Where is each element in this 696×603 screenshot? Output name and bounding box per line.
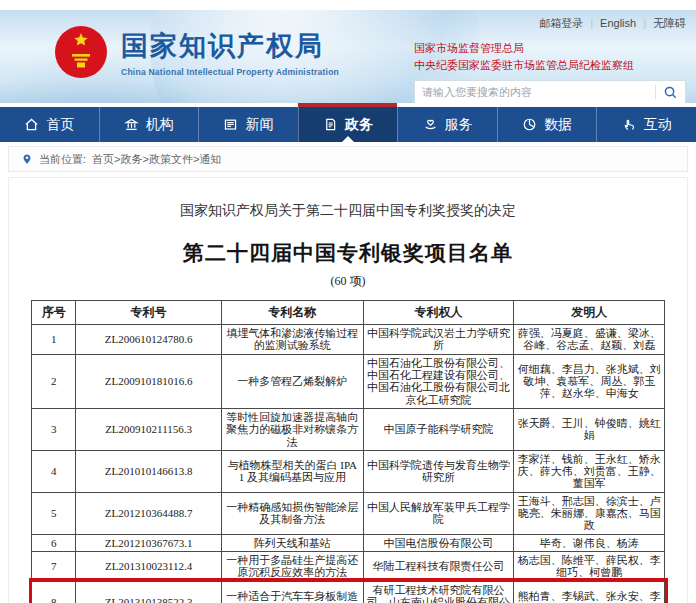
nav-label: 服务 <box>445 116 473 134</box>
news-icon <box>223 117 238 132</box>
patent-award-table: 序号 专利号 专利名称 专利权人 发明人 1ZL200610124780.6填埋… <box>31 300 665 603</box>
mail-login-link[interactable]: 邮箱登录 <box>539 17 583 29</box>
table-header: 序号 专利号 专利名称 专利权人 发明人 <box>32 301 665 325</box>
cell-patentee: 中国原子能科学研究院 <box>363 408 514 450</box>
cell-name: 填埋气体和渗滤液传输过程的监测试验系统 <box>221 325 363 355</box>
home-icon <box>24 117 39 132</box>
table-row: 1ZL200610124780.6填埋气体和渗滤液传输过程的监测试验系统中国科学… <box>32 325 665 355</box>
search-bar <box>414 80 686 103</box>
discipline-inspection-link[interactable]: 中央纪委国家监委驻市场监管总局纪检监察组 <box>414 57 686 74</box>
data-pie-icon <box>522 117 537 132</box>
cell-inventors: 熊柏青、李锡武、张永安、李志辉、刘红伟、王锋 <box>514 581 665 603</box>
cell-patentee: 中国科学院遗传与发育生物学研究所 <box>363 450 514 492</box>
english-link[interactable]: English <box>600 17 636 29</box>
patent-table-body: 1ZL200610124780.6填埋气体和渗滤液传输过程的监测试验系统中国科学… <box>32 325 665 603</box>
nav-label: 数据 <box>544 116 572 134</box>
table-row: 3ZL200910211156.3等时性回旋加速器提高轴向聚焦力的磁极非对称镶条… <box>32 408 665 450</box>
document-icon <box>323 117 338 132</box>
cell-patentee: 中国电信股份有限公司 <box>363 534 514 551</box>
cell-inventors: 薛强、冯夏庭、盛谦、梁冰、谷峰、谷志孟、赵颖、刘磊 <box>514 325 665 355</box>
logo-text: 国家知识产权局 China National Intellectual Prop… <box>121 28 339 77</box>
cell-inventors: 李家洋、钱前、王永红、矫永庆、薛大伟、刘贵富、王静、董国军 <box>514 450 665 492</box>
table-row: 4ZL201010146613.8与植物株型相关的蛋白 IPA1 及其编码基因与… <box>32 450 665 492</box>
table-row: 8ZL201310138522.3一种适合于汽车车身板制造的铝合金材料及制备方法… <box>32 581 665 603</box>
site-header: 国家知识产权局 China National Intellectual Prop… <box>0 10 696 103</box>
nav-item-news[interactable]: 新闻 <box>198 107 298 142</box>
cell-patent-no: ZL200610124780.6 <box>76 325 222 355</box>
main-nav: 首页 机构 新闻 政务 服务 数据 互动 <box>0 103 696 142</box>
cell-inventors: 毕奇、谢伟良、杨涛 <box>514 534 665 551</box>
document-title: 国家知识产权局关于第二十四届中国专利奖授奖的决定 <box>9 202 687 220</box>
col-header-patentee: 专利权人 <box>363 301 514 325</box>
cell-no: 7 <box>32 552 76 582</box>
nav-label: 新闻 <box>245 116 273 134</box>
cell-patent-no: ZL201210367673.1 <box>76 534 222 551</box>
utility-links: 邮箱登录|English|无障碍 <box>414 16 686 31</box>
cell-patentee: 有研工程技术研究院有限公司、山东南山铝业股份有限公司 <box>363 581 514 603</box>
nav-item-org[interactable]: 机构 <box>99 107 199 142</box>
cell-patentee: 华陆工程科技有限责任公司 <box>363 552 514 582</box>
national-emblem-icon <box>54 25 108 79</box>
cell-no: 6 <box>32 534 76 551</box>
table-row: 5ZL201210364488.7一种精确感知损伤智能涂层及其制备方法中国人民解… <box>32 492 665 534</box>
table-row: 6ZL201210367673.1阵列天线和基站中国电信股份有限公司毕奇、谢伟良… <box>32 534 665 551</box>
site-subtitle: China National Intellectual Property Adm… <box>121 67 339 77</box>
cell-patent-no: ZL200910211156.3 <box>76 408 222 450</box>
cell-patentee: 中国科学院武汉岩土力学研究所 <box>363 325 514 355</box>
nav-label: 首页 <box>46 116 74 134</box>
cell-name: 等时性回旋加速器提高轴向聚焦力的磁极非对称镶条方法 <box>221 408 363 450</box>
article-content: 国家知识产权局关于第二十四届中国专利奖授奖的决定 第二十四届中国专利银奖项目名单… <box>8 177 688 603</box>
table-row: 7ZL201310023112.4一种用于多晶硅生产提高还原沉积反应效率的方法华… <box>32 552 665 582</box>
search-input[interactable] <box>422 86 648 98</box>
cell-inventors: 杨志国、陈维平、薛民权、李细巧、柯曾鹏 <box>514 552 665 582</box>
cell-no: 5 <box>32 492 76 534</box>
col-header-patent-no: 专利号 <box>76 301 222 325</box>
col-header-name: 专利名称 <box>221 301 363 325</box>
cell-no: 3 <box>32 408 76 450</box>
cell-name: 一种用于多晶硅生产提高还原沉积反应效率的方法 <box>221 552 363 582</box>
nav-item-data[interactable]: 数据 <box>497 107 597 142</box>
nav-item-home[interactable]: 首页 <box>0 107 99 142</box>
location-pin-icon <box>21 153 33 165</box>
cell-patentee: 中国石油化工股份有限公司、中国石化工程建设有限公司、中国石油化工股份有限公司北京… <box>363 354 514 408</box>
cell-patent-no: ZL201310138522.3 <box>76 581 222 603</box>
cell-name: 一种多管程乙烯裂解炉 <box>221 354 363 408</box>
cell-inventors: 张天爵、王川、钟俊晴、姚红娟 <box>514 408 665 450</box>
related-agency-links: 国家市场监督管理总局 中央纪委国家监委驻市场监管总局纪检监察组 <box>414 40 686 73</box>
item-count: (60 项) <box>9 273 687 290</box>
cell-name: 阵列天线和基站 <box>221 534 363 551</box>
link-separator: | <box>590 17 593 29</box>
accessibility-link[interactable]: 无障碍 <box>653 17 686 29</box>
breadcrumb-label: 当前位置: <box>39 152 86 167</box>
site-logo[interactable]: 国家知识产权局 China National Intellectual Prop… <box>54 25 339 79</box>
cnipa-webpage: 国家知识产权局 China National Intellectual Prop… <box>0 0 696 603</box>
cell-patent-no: ZL200910181016.6 <box>76 354 222 408</box>
breadcrumb: 当前位置: 首页>政务>政策文件>通知 <box>8 146 688 172</box>
nav-item-interact[interactable]: 互动 <box>596 107 696 142</box>
cell-patent-no: ZL201310023112.4 <box>76 552 222 582</box>
breadcrumb-path[interactable]: 首页>政务>政策文件>通知 <box>92 152 221 167</box>
cell-patent-no: ZL201210364488.7 <box>76 492 222 534</box>
table-row: 2ZL200910181016.6一种多管程乙烯裂解炉中国石油化工股份有限公司、… <box>32 354 665 408</box>
header-right: 邮箱登录|English|无障碍 国家市场监督管理总局 中央纪委国家监委驻市场监… <box>414 16 686 103</box>
cell-name: 一种适合于汽车车身板制造的铝合金材料及制备方法 <box>221 581 363 603</box>
interact-hand-icon <box>622 117 637 132</box>
col-header-inventors: 发明人 <box>514 301 665 325</box>
cell-no: 1 <box>32 325 76 355</box>
cell-inventors: 何细藕、李昌力、张兆斌、刘敬坤、袁慕军、周丛、郭玉萍、赵永华、申海女 <box>514 354 665 408</box>
cell-no: 2 <box>32 354 76 408</box>
search-icon[interactable] <box>663 85 678 100</box>
nav-item-services[interactable]: 服务 <box>397 107 497 142</box>
top-strip <box>0 0 696 10</box>
cell-no: 8 <box>32 581 76 603</box>
samr-link[interactable]: 国家市场监督管理总局 <box>414 40 686 57</box>
cell-no: 4 <box>32 450 76 492</box>
cell-name: 与植物株型相关的蛋白 IPA1 及其编码基因与应用 <box>221 450 363 492</box>
cell-name: 一种精确感知损伤智能涂层及其制备方法 <box>221 492 363 534</box>
cell-patentee: 中国人民解放军装甲兵工程学院 <box>363 492 514 534</box>
nav-item-gov-affairs[interactable]: 政务 <box>298 107 398 142</box>
award-list-title: 第二十四届中国专利银奖项目名单 <box>9 239 687 267</box>
header-row: 序号 专利号 专利名称 专利权人 发明人 <box>32 301 665 325</box>
nav-label: 互动 <box>644 116 672 134</box>
site-title: 国家知识产权局 <box>121 28 339 64</box>
